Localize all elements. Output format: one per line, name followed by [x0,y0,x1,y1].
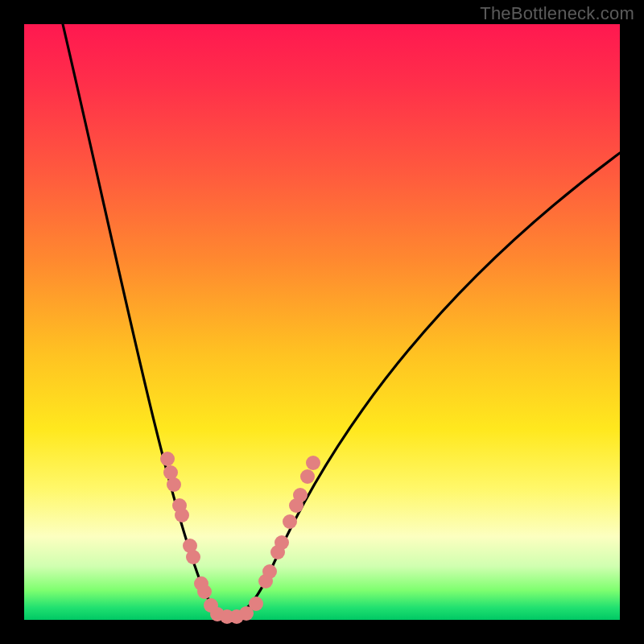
outer-frame: TheBottleneck.com [0,0,644,644]
data-dot [275,535,289,550]
chart-svg [24,24,620,620]
watermark-text: TheBottleneck.com [480,3,634,24]
data-dot [293,488,308,502]
data-dot [306,456,320,470]
data-dot [249,597,263,611]
dots-left-group [160,452,218,613]
data-dot [300,469,315,484]
data-dot [167,477,181,492]
dots-right-group [258,456,320,588]
bottleneck-curve [63,24,620,616]
data-dot [262,564,277,579]
data-dot [197,584,212,599]
plot-area [24,24,620,620]
data-dot [175,508,189,522]
data-dot [283,514,297,529]
dots-bottom-group [210,597,263,624]
data-dot [160,452,175,466]
data-dot [186,550,200,564]
